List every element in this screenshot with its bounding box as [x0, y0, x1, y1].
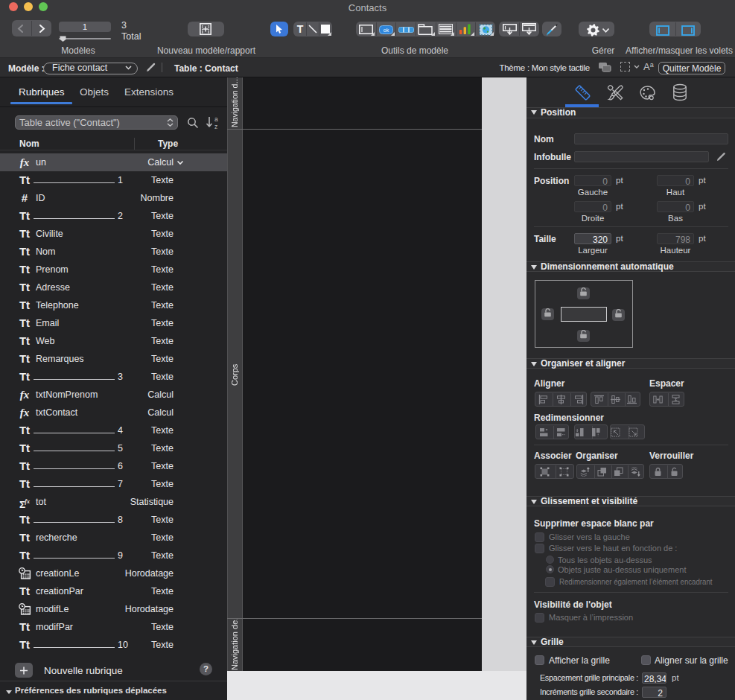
svg-text:z: z	[214, 123, 217, 130]
svg-text:ok: ok	[384, 28, 389, 33]
